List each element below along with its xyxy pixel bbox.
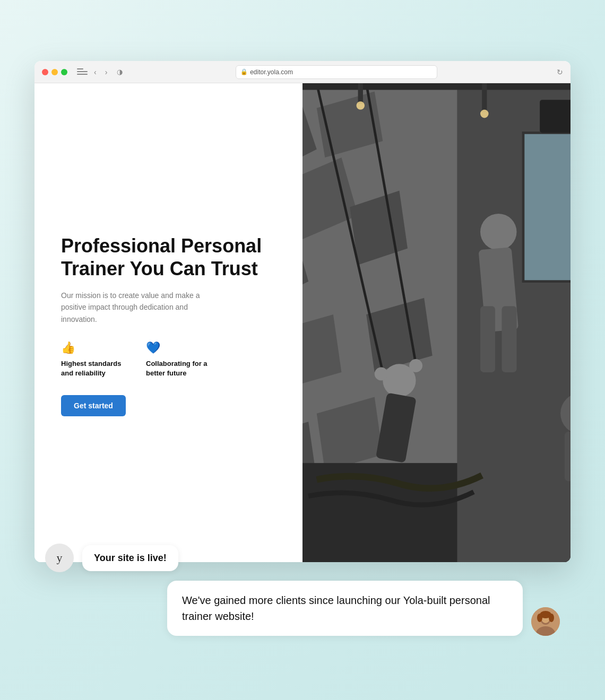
user-avatar-image — [531, 607, 560, 636]
brightness-icon: ◑ — [117, 68, 123, 76]
back-button[interactable]: ‹ — [92, 67, 99, 77]
lock-icon: 🔒 — [240, 68, 248, 75]
get-started-button[interactable]: Get started — [61, 395, 126, 416]
features-row: 👍 Highest standards and reliability 💙 Co… — [61, 341, 276, 378]
svg-rect-14 — [523, 133, 571, 281]
svg-rect-30 — [358, 83, 363, 104]
heart-icon: 💙 — [146, 341, 210, 355]
minimize-button[interactable] — [51, 69, 58, 75]
svg-point-16 — [480, 214, 517, 250]
hero-left: Professional Personal Trainer You Can Tr… — [34, 83, 302, 562]
hero-image — [302, 83, 571, 562]
reload-button[interactable]: ↻ — [557, 68, 563, 76]
url-text: editor.yola.com — [250, 68, 293, 76]
maximize-button[interactable] — [61, 69, 67, 75]
forward-button[interactable]: › — [103, 67, 110, 77]
website-content: Professional Personal Trainer You Can Tr… — [34, 83, 571, 562]
svg-rect-31 — [482, 83, 487, 112]
browser-controls: ‹ › — [77, 67, 109, 77]
svg-rect-27 — [565, 432, 571, 481]
yola-message: Your site is live! — [82, 545, 178, 571]
feature-item-2: 💙 Collaborating for a better future — [146, 341, 210, 378]
sidebar-toggle-icon[interactable] — [77, 68, 88, 76]
traffic-lights — [42, 69, 67, 75]
feature-label-1: Highest standards and reliability — [61, 359, 125, 378]
user-avatar — [531, 607, 560, 636]
hero-subtitle: Our mission is to create value and make … — [61, 290, 210, 325]
thumbs-up-icon: 👍 — [61, 341, 125, 355]
svg-point-24 — [375, 368, 388, 381]
gym-photo-svg — [302, 83, 571, 562]
user-chat-bubble: We've gained more clients since launchin… — [167, 581, 560, 636]
svg-point-43 — [537, 614, 542, 622]
user-message: We've gained more clients since launchin… — [167, 581, 523, 636]
svg-rect-28 — [302, 83, 571, 90]
svg-point-34 — [356, 101, 365, 110]
hero-title: Professional Personal Trainer You Can Tr… — [61, 234, 276, 280]
close-button[interactable] — [42, 69, 48, 75]
svg-rect-37 — [540, 100, 571, 133]
yola-chat-bubble: y Your site is live! — [45, 544, 178, 572]
browser-chrome: ‹ › ◑ 🔒 editor.yola.com ↻ — [34, 61, 571, 83]
svg-rect-19 — [502, 306, 516, 372]
chat-section: y Your site is live! We've gained more c… — [34, 544, 571, 668]
address-bar[interactable]: 🔒 editor.yola.com — [236, 65, 437, 79]
svg-rect-18 — [480, 306, 495, 372]
browser-window: ‹ › ◑ 🔒 editor.yola.com ↻ Professional P… — [34, 61, 571, 562]
yola-avatar: y — [45, 544, 74, 572]
svg-point-44 — [549, 614, 554, 622]
svg-point-25 — [409, 359, 422, 372]
svg-point-35 — [480, 110, 489, 118]
feature-item-1: 👍 Highest standards and reliability — [61, 341, 125, 378]
feature-label-2: Collaborating for a better future — [146, 359, 210, 378]
